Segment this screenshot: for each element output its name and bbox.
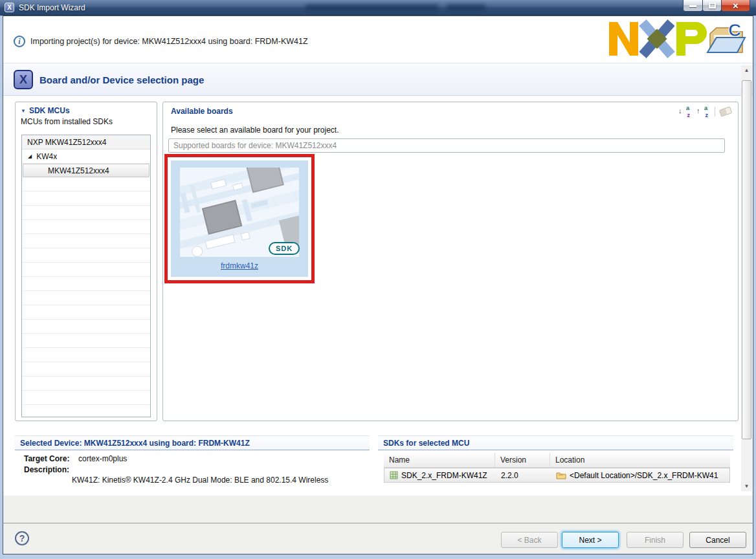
description-label: Description:	[24, 465, 78, 474]
info-icon: i	[14, 36, 25, 47]
footer-bar: ? < Back Next > Finish Cancel	[3, 496, 753, 554]
description-value: KW41Z: Kinetis® KW41Z-2.4 GHz Dual Mode:…	[72, 476, 370, 485]
wizard-content: i Importing project(s) for device: MKW41…	[3, 16, 753, 554]
column-header-location[interactable]: Location	[550, 453, 730, 467]
tree-item-mkw41z512xxx4-selected[interactable]: MKW41Z512xxx4	[23, 164, 150, 177]
window-controls: ×	[684, 0, 750, 12]
tree-item-root[interactable]: NXP MKW41Z512xxx4	[22, 135, 150, 149]
arrow-up-icon: ↑	[696, 107, 700, 115]
close-icon: ×	[733, 1, 739, 11]
import-folder-icon: C	[707, 20, 745, 52]
sdk-mcus-panel: ▼SDK MCUs MCUs from installed SDKs NXP M…	[15, 102, 157, 421]
page-title: Board and/or Device selection page	[39, 74, 204, 85]
tree-row-empty	[22, 206, 150, 220]
next-button[interactable]: Next >	[562, 532, 619, 548]
sdk-mcus-title[interactable]: ▼SDK MCUs	[16, 102, 157, 116]
back-button[interactable]: < Back	[501, 532, 558, 548]
available-boards-title: Available boards	[171, 107, 233, 116]
scrollbar-thumb[interactable]	[742, 80, 751, 439]
close-button[interactable]: ×	[721, 0, 750, 12]
sdk-mcus-subtitle: MCUs from installed SDKs	[16, 116, 157, 127]
tree-row-empty	[22, 377, 150, 391]
tree-row-empty	[22, 192, 150, 206]
collapse-triangle-icon: ▼	[21, 108, 26, 114]
tree-row-empty	[22, 277, 150, 291]
tree-row-empty	[22, 220, 150, 234]
available-boards-panel: Available boards ↓ a z ↑ a z Please sele…	[162, 102, 739, 421]
window-title: SDK Import Wizard	[19, 3, 85, 12]
question-mark-icon: ?	[19, 533, 25, 543]
sdk-version: 2.2.0	[501, 471, 518, 480]
tree-row-empty	[22, 320, 150, 334]
board-filter-input[interactable]	[168, 138, 725, 153]
sdk-location: <Default Location>/SDK_2.x_FRDM-KW41	[570, 471, 718, 480]
help-button[interactable]: ?	[15, 531, 29, 545]
column-header-name[interactable]: Name	[384, 453, 495, 467]
nxp-logo: C	[606, 18, 748, 61]
maximize-icon	[709, 3, 716, 8]
boards-instruction: Please select an available board for you…	[171, 126, 339, 135]
tree-expanded-icon[interactable]: ◢	[28, 153, 32, 159]
tree-row-empty	[22, 234, 150, 248]
tree-row-empty	[22, 248, 150, 263]
sdk-import-wizard-window: X SDK Import Wizard × i Importing projec…	[0, 0, 756, 559]
toolbar-separator	[715, 107, 715, 116]
boards-toolbar: ↓ a z ↑ a z	[678, 106, 731, 117]
nxp-letter-n	[609, 22, 638, 56]
tree-row-empty	[22, 405, 150, 417]
app-icon: X	[5, 3, 14, 12]
tree-row-empty	[22, 305, 150, 320]
wizard-info-message: Importing project(s) for device: MKW41Z5…	[30, 37, 308, 46]
scroll-down-arrow[interactable]: ▼	[741, 481, 752, 491]
tree-item-kw4x[interactable]: ◢KW4x	[22, 149, 150, 164]
folder-icon	[556, 471, 566, 479]
sort-descending-button[interactable]: ↓ a z	[678, 106, 692, 117]
wizard-buttons: < Back Next > Finish Cancel	[501, 532, 746, 548]
tree-row-empty	[22, 177, 150, 192]
maximize-button[interactable]	[702, 0, 722, 12]
column-header-version[interactable]: Version	[495, 453, 550, 467]
scroll-up-arrow[interactable]: ▲	[741, 65, 752, 75]
selected-device-panel: Selected Device: MKW41Z512xxx4 using boa…	[15, 435, 370, 496]
sort-ascending-button[interactable]: ↑ a z	[696, 106, 710, 117]
main-scrollbar[interactable]: ▲ ▼	[741, 65, 752, 491]
sdks-panel-title: SDKs for selected MCU	[378, 435, 733, 450]
target-core-value: cortex-m0plus	[78, 454, 127, 463]
red-annotation-box: SDK frdmkw41z	[164, 154, 315, 283]
sdks-panel: SDKs for selected MCU Name Version Locat…	[378, 435, 733, 496]
tree-row-empty	[22, 348, 150, 362]
tree-row-empty	[22, 391, 150, 405]
redacted-title-text	[306, 5, 438, 12]
selected-device-title: Selected Device: MKW41Z512xxx4 using boa…	[15, 435, 370, 450]
page-header: X Board and/or Device selection page	[3, 63, 753, 96]
tree-row-empty	[22, 362, 150, 377]
sdk-name: SDK_2.x_FRDM-KW41Z	[401, 471, 487, 480]
titlebar[interactable]: X SDK Import Wizard ×	[0, 0, 756, 16]
sdk-badge: SDK	[269, 242, 300, 255]
finish-button[interactable]: Finish	[627, 532, 684, 548]
cancel-button[interactable]: Cancel	[689, 532, 746, 548]
redacted-title-text	[447, 5, 485, 12]
minimize-icon	[689, 5, 696, 7]
tree-row-empty	[22, 263, 150, 277]
sdk-grid-icon	[390, 471, 398, 479]
sdk-table-header: Name Version Location	[384, 453, 730, 468]
board-card-frdmkw41z[interactable]: SDK frdmkw41z	[171, 160, 308, 277]
mcu-tree: NXP MKW41Z512xxx4 ◢KW4x MKW41Z512xxx4	[21, 135, 151, 417]
footer-separator	[3, 523, 753, 523]
sdk-table: Name Version Location SDK_2.x_FRDM-KW4	[384, 453, 730, 483]
wizard-x-icon: X	[14, 70, 33, 89]
target-core-label: Target Core:	[24, 454, 78, 463]
sdk-table-row[interactable]: SDK_2.x_FRDM-KW41Z 2.2.0 <Default Locati…	[384, 468, 730, 483]
board-link-frdmkw41z[interactable]: frdmkw41z	[171, 261, 308, 270]
tree-row-empty	[22, 291, 150, 305]
arrow-down-icon: ↓	[678, 107, 682, 115]
clear-filter-eraser-button[interactable]	[719, 106, 733, 116]
minimize-button[interactable]	[683, 0, 703, 12]
tree-row-empty	[22, 334, 150, 348]
